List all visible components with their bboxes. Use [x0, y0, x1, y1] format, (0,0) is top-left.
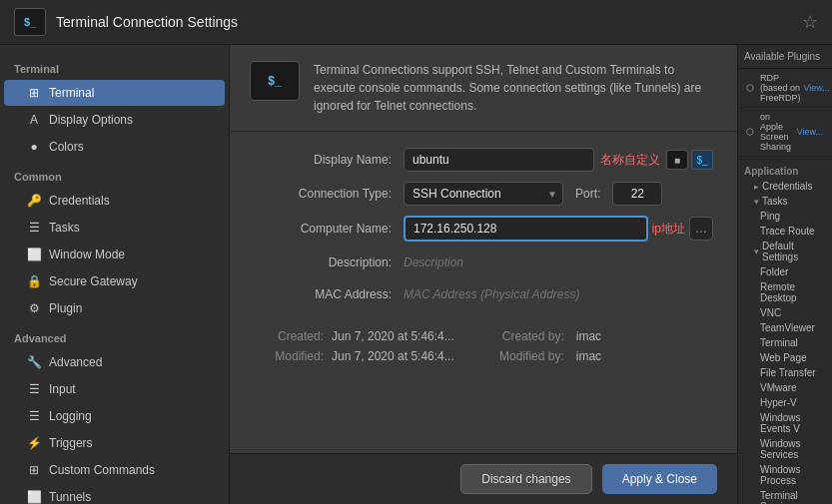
rs-tree-item-14[interactable]: Windows Events V [738, 410, 832, 436]
created-block: Created: Jun 7, 2020 at 5:46:4... Modifi… [254, 329, 454, 363]
mac-address-input[interactable] [404, 283, 713, 305]
sidebar-icon-display-options: A [26, 112, 42, 128]
rs-tree-item-0[interactable]: ▸Credentials [738, 179, 832, 194]
description-label: Description: [254, 255, 404, 269]
sidebar-label-logging: Logging [49, 409, 92, 423]
form-area: Display Name: 名称自定义 ■ $_ Connection Type… [230, 132, 737, 453]
rs-tree-item-16[interactable]: Windows Process [738, 462, 832, 488]
rs-tree-label-11: File Transfer [760, 367, 816, 378]
rs-tree-item-10[interactable]: Web Page [738, 350, 832, 365]
sidebar-icon-secure-gateway: 🔒 [26, 273, 42, 289]
sidebar-item-custom-commands[interactable]: ⊞Custom Commands [4, 457, 225, 483]
rs-tree-item-12[interactable]: VMware [738, 380, 832, 395]
display-name-control: 名称自定义 ■ $_ [404, 148, 713, 172]
modified-by-value: imac [576, 349, 601, 363]
sidebar-label-terminal: Terminal [49, 86, 94, 100]
sidebar-icon-input: ☰ [26, 381, 42, 397]
modified-by-label: Modified by: [494, 349, 564, 363]
connection-type-select[interactable]: SSH Connection Telnet Custom Terminal [404, 182, 563, 206]
computer-name-label: Computer Name: [254, 222, 404, 236]
rs-tree-item-4[interactable]: ▾Default Settings [738, 239, 832, 264]
rs-tree-item-2[interactable]: Ping [738, 209, 832, 224]
description-input[interactable] [404, 252, 713, 273]
rs-item-rdp[interactable]: ⬡ RDP (based on FreeRDP) View... [738, 69, 832, 108]
terminal-mini-icons: ■ $_ [666, 150, 713, 170]
rs-tree-item-17[interactable]: Terminal Services [738, 488, 832, 504]
apply-close-button[interactable]: Apply & Close [602, 464, 717, 494]
rs-tree-label-10: Web Page [760, 352, 807, 363]
right-sidebar: Available Plugins ⬡ RDP (based on FreeRD… [737, 45, 832, 504]
sidebar-item-tunnels[interactable]: ⬜Tunnels [4, 484, 225, 504]
sidebar-item-window-mode[interactable]: ⬜Window Mode [4, 242, 225, 267]
mac-address-control [404, 283, 713, 305]
rs-item-vnc[interactable]: ⬡ on Apple Screen Sharing View... [738, 108, 832, 157]
computer-name-input[interactable] [404, 216, 648, 242]
sidebar-label-triggers: Triggers [49, 436, 93, 450]
sidebar-label-tunnels: Tunnels [49, 490, 91, 504]
rs-tree-item-9[interactable]: Terminal [738, 335, 832, 350]
black-btn[interactable]: ■ [666, 150, 688, 170]
rs-tree-item-13[interactable]: Hyper-V [738, 395, 832, 410]
sidebar-label-display-options: Display Options [49, 113, 133, 127]
computer-name-ellipsis-btn[interactable]: … [689, 217, 713, 241]
bottom-bar: Discard changes Apply & Close [230, 453, 737, 504]
favorite-icon[interactable]: ☆ [802, 11, 818, 33]
sidebar-item-advanced[interactable]: 🔧Advanced [4, 349, 225, 375]
connection-type-label: Connection Type: [254, 187, 404, 201]
mac-address-label: MAC Address: [254, 287, 404, 301]
sidebar-icon-tasks: ☰ [26, 220, 42, 236]
sidebar-icon-terminal: ⊞ [26, 85, 42, 101]
blue-btn[interactable]: $_ [691, 150, 713, 170]
sidebar-label-tasks: Tasks [49, 221, 80, 235]
title-bar: $_ Terminal Connection Settings ☆ [0, 0, 832, 45]
sidebar-icon-tunnels: ⬜ [26, 489, 42, 504]
sidebar-item-secure-gateway[interactable]: 🔒Secure Gateway [4, 268, 225, 294]
sidebar-item-logging[interactable]: ☰Logging [4, 403, 225, 429]
port-label: Port: [575, 187, 600, 201]
rs-tree-label-9: Terminal [760, 337, 798, 348]
created-value: Jun 7, 2020 at 5:46:4... [332, 329, 454, 343]
rs-tree-label-13: Hyper-V [760, 397, 797, 408]
rs-tree-item-3[interactable]: Trace Route [738, 224, 832, 239]
discard-button[interactable]: Discard changes [460, 464, 591, 494]
display-name-input[interactable] [404, 148, 594, 172]
rs-tree-item-7[interactable]: VNC [738, 305, 832, 320]
connection-type-select-wrapper: SSH Connection Telnet Custom Terminal ▼ [404, 182, 563, 206]
rs-tree-item-8[interactable]: TeamViewer [738, 320, 832, 335]
modified-row: Modified: Jun 7, 2020 at 5:46:4... [254, 349, 454, 363]
sidebar-icon-triggers: ⚡ [26, 435, 42, 451]
sidebar-icon-advanced: 🔧 [26, 354, 42, 370]
created-by-block: Created by: imac Modified by: imac [494, 329, 601, 363]
rs-tree-label-14: Windows Events V [760, 412, 828, 434]
sidebar-item-credentials[interactable]: 🔑Credentials [4, 188, 225, 214]
sidebar-label-plugin: Plugin [49, 301, 82, 315]
sidebar-icon-custom-commands: ⊞ [26, 462, 42, 478]
rs-tree-label-2: Ping [760, 211, 780, 222]
rs-tree-item-6[interactable]: Remote Desktop [738, 279, 832, 305]
modified-by-row: Modified by: imac [494, 349, 601, 363]
sidebar-item-input[interactable]: ☰Input [4, 376, 225, 402]
rs-tree-label-0: Credentials [762, 181, 813, 192]
sidebar-item-tasks[interactable]: ☰Tasks [4, 215, 225, 241]
sidebar-icon-logging: ☰ [26, 408, 42, 424]
created-by-value: imac [576, 329, 601, 343]
computer-name-row: Computer Name: ip地址 … [254, 216, 713, 242]
rs-rdp-view[interactable]: View... [801, 82, 832, 94]
rs-vnc-view[interactable]: View... [794, 126, 826, 138]
sidebar-item-plugin[interactable]: ⚙Plugin [4, 295, 225, 321]
rs-tree-label-6: Remote Desktop [760, 281, 828, 303]
rs-tree-item-11[interactable]: File Transfer [738, 365, 832, 380]
display-name-row: Display Name: 名称自定义 ■ $_ [254, 148, 713, 172]
description-row: Description: [254, 252, 713, 273]
sidebar-item-display-options[interactable]: ADisplay Options [4, 107, 225, 133]
sidebar-icon-window-mode: ⬜ [26, 247, 42, 262]
sidebar-item-terminal[interactable]: ⊞Terminal [4, 80, 225, 106]
port-input[interactable] [612, 182, 662, 206]
sidebar-icon-plugin: ⚙ [26, 300, 42, 316]
created-label: Created: [254, 329, 324, 343]
rs-tree-item-1[interactable]: ▾Tasks [738, 194, 832, 209]
sidebar-item-colors[interactable]: ●Colors [4, 134, 225, 160]
sidebar-item-triggers[interactable]: ⚡Triggers [4, 430, 225, 456]
rs-tree-item-15[interactable]: Windows Services [738, 436, 832, 462]
rs-tree-item-5[interactable]: Folder [738, 264, 832, 279]
